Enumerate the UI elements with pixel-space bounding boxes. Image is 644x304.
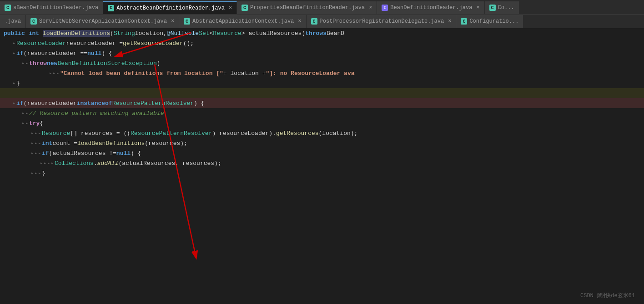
code-line-8: ▸ ▸ // Resource pattern matching availab… (0, 108, 644, 118)
kw-new: new (47, 60, 57, 67)
tab-r2-label-5: Configuratio... (469, 18, 518, 25)
code-line-4: ▸ ▸ throw new BeanDefinitionStoreExcepti… (0, 58, 644, 68)
code-line-13: ▸ ▸ ▸ ▸ Collections . addAll (actualReso… (0, 158, 644, 168)
fold-marker-5b: ▸ (53, 70, 56, 76)
str-cannot: "Cannot load bean definitions from locat… (60, 70, 223, 77)
fold-marker-8b: ▸ (25, 110, 29, 116)
method-loadBeanDefinitions: loadBeanDefinitions (43, 30, 110, 37)
tab-co[interactable]: C Co... (485, 1, 519, 14)
code-line-1: public int loadBeanDefinitions ( String … (0, 28, 644, 38)
code-line-6: ▸ } (0, 78, 644, 88)
type-string: String (114, 30, 135, 37)
close-tab2[interactable]: × (229, 5, 232, 11)
tab-r2-label-3: AbstractApplicationContext.java (192, 18, 294, 25)
tab-ibeandef[interactable]: I BeanDefinitionReader.java × (377, 1, 484, 14)
fold-marker-2: ▸ (13, 40, 16, 46)
close-r2tab4[interactable]: × (448, 18, 451, 25)
code-line-5: ▸ ▸ ▸ "Cannot load bean definitions from… (0, 68, 644, 78)
tab-beandef[interactable]: C sBeanDefinitionReader.java (0, 1, 103, 14)
fold-marker-6: ▸ (13, 80, 16, 86)
type-resourcepattern2: ResourcePatternResolver (131, 130, 212, 137)
fold-marker-11c: ▸ (38, 140, 42, 146)
kw-null: null (87, 50, 101, 57)
method-addall: addAll (97, 160, 119, 167)
fold-marker-4a: ▸ (22, 60, 25, 66)
tab-label-3: PropertiesBeanDefinitionReader.java (250, 5, 365, 11)
code-line-9: ▸ ▸ try { (0, 118, 644, 128)
tab-label-2: AbstractBeanDefinitionReader.java (116, 5, 225, 11)
tab-r2-icon-2: C (30, 18, 37, 25)
tab-bar-row1: C sBeanDefinitionReader.java C AbstractB… (0, 0, 644, 15)
fold-marker-10a: ▸ (31, 130, 35, 136)
close-r2tab2[interactable]: × (171, 18, 174, 25)
fold-marker-10b: ▸ (35, 130, 38, 136)
fold-marker-12b: ▸ (35, 150, 38, 156)
fold-marker-14b: ▸ (35, 170, 38, 176)
tab-label-4: BeanDefinitionReader.java (390, 5, 472, 11)
kw-throws: throws (305, 30, 327, 37)
fold-marker-9b: ▸ (25, 120, 29, 126)
fold-marker-13d: ▸ (51, 160, 55, 166)
code-line-7: ▸ if (resourceLoader instanceof Resource… (0, 98, 644, 108)
type-resourceloader: ResourceLoader (16, 40, 66, 47)
fold-marker-5c: ▸ (56, 70, 60, 76)
annotation-nullable: @Nullable (167, 30, 199, 37)
tab-r2-label-1: .java (5, 18, 21, 25)
fold-marker-13c: ▸ (47, 160, 51, 166)
type-resource: Resource (213, 30, 241, 37)
fold-marker-14a: ▸ (31, 170, 35, 176)
kw-null2: null (116, 150, 131, 157)
tab-postprocessor[interactable]: C PostProcessorRegistrationDelegate.java… (307, 15, 457, 28)
fold-marker-13b: ▸ (44, 160, 47, 166)
code-line-10: ▸ ▸ ▸ Resource [] resources = (( Resourc… (0, 128, 644, 138)
tab-r2-label-4: PostProcessorRegistrationDelegate.java (320, 18, 444, 25)
tab-r2-icon-3: C (184, 18, 190, 25)
tab-icon-2: C (108, 5, 114, 11)
type-resource-arr: Resource (42, 130, 70, 137)
fold-marker-4b: ▸ (25, 60, 29, 66)
fold-marker-5a: ▸ (49, 70, 53, 76)
tab-icon-1: C (5, 5, 11, 11)
tab-config[interactable]: C Configuratio... (456, 15, 523, 28)
tab-r2-1[interactable]: .java (0, 15, 26, 28)
kw-int2: int (42, 140, 52, 147)
kw-instanceof: instanceof (77, 100, 112, 107)
watermark: CSDN @明快de玄米61 (580, 292, 635, 299)
close-tab4[interactable]: × (476, 5, 479, 11)
kw-throw: throw (29, 60, 47, 67)
method-loadbeandef2: loadBeanDefinitions (77, 140, 145, 147)
fold-marker-11a: ▸ (31, 140, 35, 146)
fold-marker-11b: ▸ (35, 140, 38, 146)
fold-marker-12a: ▸ (31, 150, 35, 156)
tab-label-5: Co... (498, 5, 514, 11)
fold-marker-7: ▸ (13, 100, 16, 106)
tab-abstractapp[interactable]: C AbstractApplicationContext.java × (179, 15, 306, 28)
close-r2tab3[interactable]: × (298, 18, 301, 25)
tab-propertiesbeandef[interactable]: C PropertiesBeanDefinitionReader.java × (237, 1, 377, 14)
close-tab3[interactable]: × (369, 5, 372, 11)
type-collections: Collections (55, 160, 94, 167)
tab-servletwebserver[interactable]: C ServletWebServerApplicationContext.jav… (26, 15, 179, 28)
tab-r2-icon-5: C (461, 18, 467, 25)
code-line-12: ▸ ▸ ▸ if (actualResources != null ) { (0, 148, 644, 158)
code-line-spacer (0, 88, 644, 98)
code-editor: public int loadBeanDefinitions ( String … (0, 28, 644, 304)
fold-marker-3: ▸ (13, 50, 16, 56)
code-line-2: ▸ ResourceLoader resourceLoader = getRes… (0, 38, 644, 48)
kw-int: int (29, 30, 39, 37)
tab-bar-row2: .java C ServletWebServerApplicationConte… (0, 15, 644, 28)
type-resourcepattern: ResourcePatternResolver (112, 100, 194, 107)
tab-abstractbeandef[interactable]: C AbstractBeanDefinitionReader.java × (103, 1, 237, 14)
fold-marker-8a: ▸ (22, 110, 25, 116)
type-beandefexc: BeanDefinitionStoreException (57, 60, 156, 67)
comment-resource: // Resource pattern matching available. (29, 110, 167, 117)
kw-public: public (4, 30, 25, 37)
fold-marker-9a: ▸ (22, 120, 25, 126)
tab-icon-3: C (241, 5, 248, 11)
tab-icon-4: I (382, 5, 388, 11)
kw-if2: if (16, 100, 24, 107)
fold-marker-14c: ▸ (38, 170, 42, 176)
editor-container: C sBeanDefinitionReader.java C AbstractB… (0, 0, 644, 304)
fold-marker-13a: ▸ (40, 160, 44, 166)
kw-try: try (29, 120, 40, 127)
